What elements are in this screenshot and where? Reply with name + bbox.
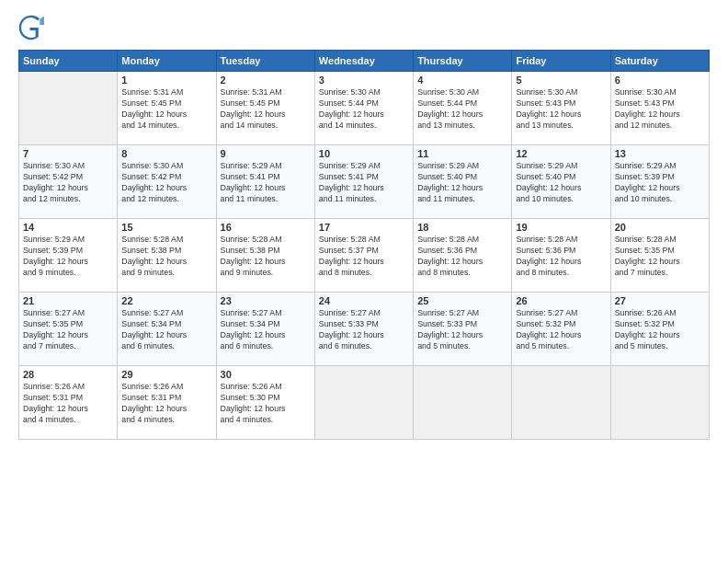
day-info: Sunrise: 5:28 AM Sunset: 5:36 PM Dayligh…: [516, 235, 606, 279]
calendar-cell: 23Sunrise: 5:27 AM Sunset: 5:34 PM Dayli…: [216, 293, 314, 366]
calendar-cell: 5Sunrise: 5:30 AM Sunset: 5:43 PM Daylig…: [512, 72, 610, 145]
calendar-cell: 11Sunrise: 5:29 AM Sunset: 5:40 PM Dayli…: [414, 145, 512, 219]
day-number: 24: [319, 295, 409, 306]
day-number: 3: [319, 75, 409, 86]
calendar-week-4: 21Sunrise: 5:27 AM Sunset: 5:35 PM Dayli…: [19, 293, 710, 366]
day-info: Sunrise: 5:28 AM Sunset: 5:36 PM Dayligh…: [417, 235, 507, 279]
day-info: Sunrise: 5:30 AM Sunset: 5:43 PM Dayligh…: [615, 87, 705, 132]
day-number: 28: [23, 369, 113, 380]
dow-header-tuesday: Tuesday: [216, 51, 314, 72]
day-number: 8: [121, 148, 211, 159]
day-number: 23: [221, 295, 311, 306]
day-number: 29: [121, 369, 211, 380]
calendar-cell: 27Sunrise: 5:26 AM Sunset: 5:32 PM Dayli…: [610, 293, 709, 366]
day-info: Sunrise: 5:27 AM Sunset: 5:33 PM Dayligh…: [319, 308, 409, 352]
calendar-week-1: 1Sunrise: 5:31 AM Sunset: 5:45 PM Daylig…: [19, 72, 710, 145]
day-number: 9: [221, 148, 311, 159]
dow-header-thursday: Thursday: [414, 51, 512, 72]
calendar-body: 1Sunrise: 5:31 AM Sunset: 5:45 PM Daylig…: [19, 72, 710, 440]
day-number: 18: [417, 222, 507, 233]
day-number: 4: [417, 75, 507, 86]
day-info: Sunrise: 5:30 AM Sunset: 5:44 PM Dayligh…: [417, 87, 507, 132]
day-info: Sunrise: 5:28 AM Sunset: 5:35 PM Dayligh…: [615, 235, 705, 279]
calendar-cell: 21Sunrise: 5:27 AM Sunset: 5:35 PM Dayli…: [19, 293, 118, 366]
dow-header-wednesday: Wednesday: [314, 51, 413, 72]
calendar-cell: 14Sunrise: 5:29 AM Sunset: 5:39 PM Dayli…: [19, 219, 118, 293]
day-number: 21: [23, 295, 113, 306]
calendar-cell: 7Sunrise: 5:30 AM Sunset: 5:42 PM Daylig…: [19, 145, 118, 219]
day-number: 25: [417, 295, 507, 306]
calendar-cell: 22Sunrise: 5:27 AM Sunset: 5:34 PM Dayli…: [118, 293, 216, 366]
calendar-cell: [512, 366, 610, 440]
calendar-cell: 6Sunrise: 5:30 AM Sunset: 5:43 PM Daylig…: [610, 72, 709, 145]
day-number: 6: [615, 75, 705, 86]
calendar-cell: 30Sunrise: 5:26 AM Sunset: 5:30 PM Dayli…: [216, 366, 314, 440]
dow-header-sunday: Sunday: [19, 51, 118, 72]
day-info: Sunrise: 5:27 AM Sunset: 5:35 PM Dayligh…: [23, 308, 113, 352]
dow-header-monday: Monday: [118, 51, 216, 72]
day-number: 27: [615, 295, 705, 306]
day-info: Sunrise: 5:29 AM Sunset: 5:41 PM Dayligh…: [221, 161, 311, 205]
calendar-cell: 4Sunrise: 5:30 AM Sunset: 5:44 PM Daylig…: [414, 72, 512, 145]
dow-header-saturday: Saturday: [610, 51, 709, 72]
day-number: 14: [23, 222, 113, 233]
day-info: Sunrise: 5:28 AM Sunset: 5:37 PM Dayligh…: [319, 235, 409, 279]
calendar-cell: 13Sunrise: 5:29 AM Sunset: 5:39 PM Dayli…: [610, 145, 709, 219]
day-number: 1: [121, 75, 211, 86]
day-number: 12: [516, 148, 606, 159]
calendar-cell: 25Sunrise: 5:27 AM Sunset: 5:33 PM Dayli…: [414, 293, 512, 366]
day-info: Sunrise: 5:26 AM Sunset: 5:31 PM Dayligh…: [23, 382, 113, 426]
day-number: 19: [516, 222, 606, 233]
day-info: Sunrise: 5:27 AM Sunset: 5:34 PM Dayligh…: [121, 308, 211, 352]
calendar-week-2: 7Sunrise: 5:30 AM Sunset: 5:42 PM Daylig…: [19, 145, 710, 219]
day-info: Sunrise: 5:30 AM Sunset: 5:42 PM Dayligh…: [23, 161, 113, 205]
day-info: Sunrise: 5:31 AM Sunset: 5:45 PM Dayligh…: [221, 87, 311, 132]
day-info: Sunrise: 5:29 AM Sunset: 5:39 PM Dayligh…: [615, 161, 705, 205]
calendar-cell: 1Sunrise: 5:31 AM Sunset: 5:45 PM Daylig…: [118, 72, 216, 145]
calendar-cell: 9Sunrise: 5:29 AM Sunset: 5:41 PM Daylig…: [216, 145, 314, 219]
calendar-week-5: 28Sunrise: 5:26 AM Sunset: 5:31 PM Dayli…: [19, 366, 710, 440]
calendar-cell: [610, 366, 709, 440]
day-info: Sunrise: 5:29 AM Sunset: 5:40 PM Dayligh…: [516, 161, 606, 205]
day-number: 7: [23, 148, 113, 159]
day-number: 22: [121, 295, 211, 306]
calendar-cell: 16Sunrise: 5:28 AM Sunset: 5:38 PM Dayli…: [216, 219, 314, 293]
calendar-cell: 17Sunrise: 5:28 AM Sunset: 5:37 PM Dayli…: [314, 219, 413, 293]
dow-header-friday: Friday: [512, 51, 610, 72]
calendar-cell: 12Sunrise: 5:29 AM Sunset: 5:40 PM Dayli…: [512, 145, 610, 219]
day-info: Sunrise: 5:26 AM Sunset: 5:31 PM Dayligh…: [121, 382, 211, 426]
day-info: Sunrise: 5:30 AM Sunset: 5:43 PM Dayligh…: [516, 87, 606, 132]
day-number: 13: [615, 148, 705, 159]
calendar-cell: 28Sunrise: 5:26 AM Sunset: 5:31 PM Dayli…: [19, 366, 118, 440]
calendar-cell: 24Sunrise: 5:27 AM Sunset: 5:33 PM Dayli…: [314, 293, 413, 366]
logo: [18, 15, 48, 40]
days-of-week-row: SundayMondayTuesdayWednesdayThursdayFrid…: [19, 51, 710, 72]
day-number: 15: [121, 222, 211, 233]
day-number: 17: [319, 222, 409, 233]
day-info: Sunrise: 5:26 AM Sunset: 5:32 PM Dayligh…: [615, 308, 705, 352]
day-number: 26: [516, 295, 606, 306]
calendar-cell: 20Sunrise: 5:28 AM Sunset: 5:35 PM Dayli…: [610, 219, 709, 293]
calendar-cell: [314, 366, 413, 440]
day-number: 16: [221, 222, 311, 233]
calendar-cell: 18Sunrise: 5:28 AM Sunset: 5:36 PM Dayli…: [414, 219, 512, 293]
calendar-cell: 2Sunrise: 5:31 AM Sunset: 5:45 PM Daylig…: [216, 72, 314, 145]
day-info: Sunrise: 5:28 AM Sunset: 5:38 PM Dayligh…: [121, 235, 211, 279]
day-info: Sunrise: 5:29 AM Sunset: 5:41 PM Dayligh…: [319, 161, 409, 205]
calendar-cell: 10Sunrise: 5:29 AM Sunset: 5:41 PM Dayli…: [314, 145, 413, 219]
calendar-cell: 8Sunrise: 5:30 AM Sunset: 5:42 PM Daylig…: [118, 145, 216, 219]
calendar-table: SundayMondayTuesdayWednesdayThursdayFrid…: [18, 50, 710, 440]
day-info: Sunrise: 5:30 AM Sunset: 5:44 PM Dayligh…: [319, 87, 409, 132]
day-info: Sunrise: 5:31 AM Sunset: 5:45 PM Dayligh…: [121, 87, 211, 132]
calendar-cell: 15Sunrise: 5:28 AM Sunset: 5:38 PM Dayli…: [118, 219, 216, 293]
calendar-cell: 19Sunrise: 5:28 AM Sunset: 5:36 PM Dayli…: [512, 219, 610, 293]
day-number: 11: [417, 148, 507, 159]
calendar-cell: [19, 72, 118, 145]
page-header: [18, 15, 710, 40]
day-info: Sunrise: 5:28 AM Sunset: 5:38 PM Dayligh…: [221, 235, 311, 279]
calendar-cell: 26Sunrise: 5:27 AM Sunset: 5:32 PM Dayli…: [512, 293, 610, 366]
day-info: Sunrise: 5:27 AM Sunset: 5:33 PM Dayligh…: [417, 308, 507, 352]
day-number: 20: [615, 222, 705, 233]
day-number: 30: [221, 369, 311, 380]
day-info: Sunrise: 5:30 AM Sunset: 5:42 PM Dayligh…: [121, 161, 211, 205]
